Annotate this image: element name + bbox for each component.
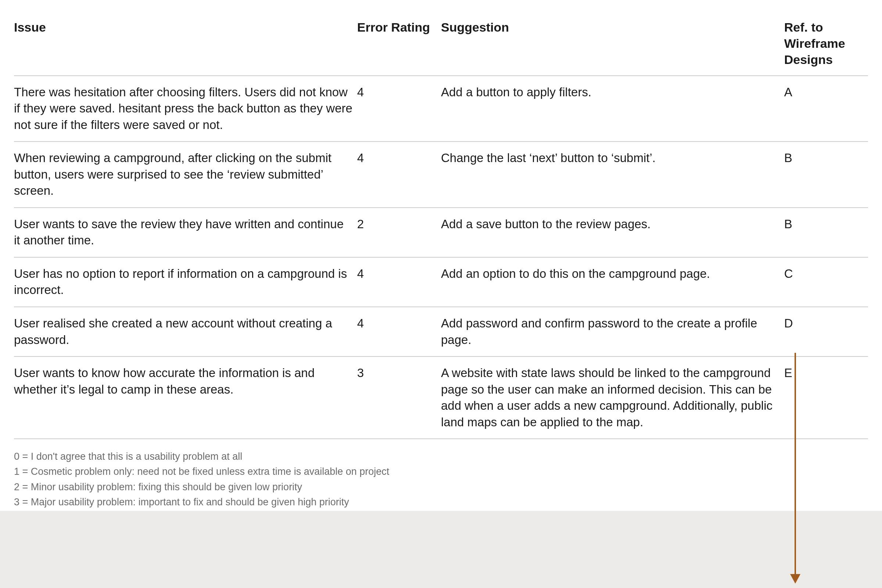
cell-rating: 3 — [357, 357, 441, 439]
table-header-row: Issue Error Rating Suggestion Ref. to Wi… — [14, 15, 868, 76]
legend-line: 1 = Cosmetic problem only: need not be f… — [14, 465, 868, 479]
legend-line: 2 = Minor usability problem: fixing this… — [14, 480, 868, 494]
cell-suggestion: Change the last ‘next’ button to ‘submit… — [441, 141, 784, 208]
col-header-issue: Issue — [14, 15, 357, 76]
col-header-rating: Error Rating — [357, 15, 441, 76]
cell-issue: There was hesitation after choosing filt… — [14, 76, 357, 142]
scroll-arrow-line — [795, 353, 796, 577]
chevron-down-icon — [790, 574, 800, 584]
table-row: User wants to save the review they have … — [14, 208, 868, 257]
cell-rating: 2 — [357, 208, 441, 257]
cell-suggestion: Add an option to do this on the campgrou… — [441, 257, 784, 307]
cell-suggestion: Add password and confirm password to the… — [441, 307, 784, 357]
table-row: When reviewing a campground, after click… — [14, 141, 868, 208]
legend-line: 0 = I don't agree that this is a usabili… — [14, 450, 868, 464]
cell-suggestion: A website with state laws should be link… — [441, 357, 784, 439]
table-row: User wants to know how accurate the info… — [14, 357, 868, 439]
usability-table: Issue Error Rating Suggestion Ref. to Wi… — [14, 15, 868, 439]
page-footer-band — [0, 511, 882, 588]
cell-rating: 4 — [357, 257, 441, 307]
cell-rating: 4 — [357, 141, 441, 208]
cell-issue: When reviewing a campground, after click… — [14, 141, 357, 208]
cell-ref: E — [784, 357, 868, 439]
cell-ref: C — [784, 257, 868, 307]
cell-rating: 4 — [357, 76, 441, 142]
cell-issue: User wants to know how accurate the info… — [14, 357, 357, 439]
cell-rating: 4 — [357, 307, 441, 357]
cell-ref: A — [784, 76, 868, 142]
table-row: User has no option to report if informat… — [14, 257, 868, 307]
table-row: User realised she created a new account … — [14, 307, 868, 357]
legend-line: 3 = Major usability problem: important t… — [14, 495, 868, 509]
table-row: There was hesitation after choosing filt… — [14, 76, 868, 142]
cell-issue: User has no option to report if informat… — [14, 257, 357, 307]
col-header-ref: Ref. to Wireframe Designs — [784, 15, 868, 76]
page: Issue Error Rating Suggestion Ref. to Wi… — [0, 0, 882, 588]
cell-issue: User realised she created a new account … — [14, 307, 357, 357]
cell-suggestion: Add a button to apply filters. — [441, 76, 784, 142]
cell-suggestion: Add a save button to the review pages. — [441, 208, 784, 257]
cell-ref: D — [784, 307, 868, 357]
cell-ref: B — [784, 141, 868, 208]
cell-issue: User wants to save the review they have … — [14, 208, 357, 257]
cell-ref: B — [784, 208, 868, 257]
col-header-suggestion: Suggestion — [441, 15, 784, 76]
